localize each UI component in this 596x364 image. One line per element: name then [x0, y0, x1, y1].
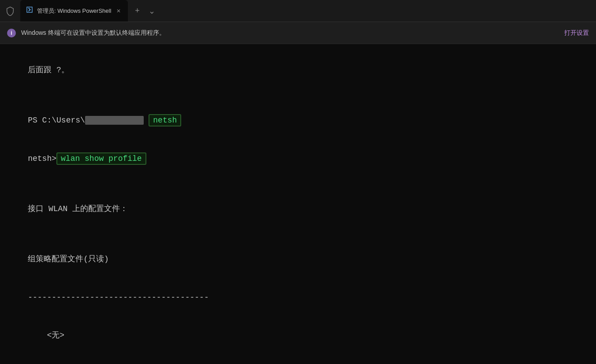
title-bar: 管理员: Windows PowerShell ✕ + ⌄: [0, 0, 596, 22]
app-shield-icon: [0, 0, 20, 22]
tab-dropdown-button[interactable]: ⌄: [145, 4, 159, 18]
active-tab[interactable]: 管理员: Windows PowerShell ✕: [20, 0, 128, 22]
netsh-command-highlight: netsh: [149, 114, 181, 126]
wlan-command-highlight: wlan show profile: [56, 152, 146, 165]
open-settings-link[interactable]: 打开设置: [564, 29, 589, 37]
terminal-line-1: 后面跟 ?。: [9, 51, 587, 89]
new-tab-button[interactable]: +: [131, 4, 143, 17]
tab-title: 管理员: Windows PowerShell: [37, 7, 111, 15]
terminal-divider-1: --------------------------------------: [9, 279, 587, 316]
terminal-window[interactable]: 后面跟 ?。 PS C:\Users\████████████ netsh ne…: [0, 44, 596, 364]
terminal-line-5: 组策略配置文件(只读): [9, 241, 587, 279]
powershell-icon: [26, 6, 34, 16]
info-icon: i: [7, 29, 16, 37]
tab-close-button[interactable]: ✕: [115, 7, 123, 15]
ps-prompt: PS C:\Users\: [28, 116, 85, 125]
terminal-line-3: netsh>wlan show profile: [9, 140, 587, 178]
username-redacted: ████████████: [85, 116, 144, 125]
terminal-empty-3: [9, 228, 587, 241]
terminal-empty-2: [9, 178, 587, 190]
terminal-empty-4: [9, 355, 587, 364]
info-bar: i Windows 终端可在设置中设置为默认终端应用程序。 打开设置: [0, 22, 596, 44]
terminal-line-2: PS C:\Users\████████████ netsh: [9, 101, 587, 139]
info-message: Windows 终端可在设置中设置为默认终端应用程序。: [21, 29, 559, 37]
terminal-line-4: 接口 WLAN 上的配置文件：: [9, 190, 587, 228]
tab-actions: + ⌄: [128, 0, 162, 22]
netsh-prompt: netsh>: [28, 154, 56, 163]
terminal-line-7: <无>: [9, 316, 587, 354]
terminal-empty-1: [9, 89, 587, 101]
